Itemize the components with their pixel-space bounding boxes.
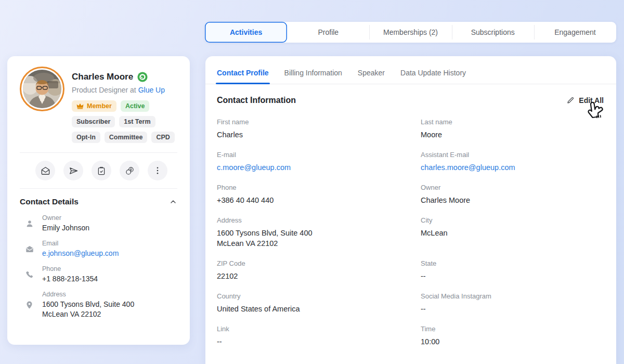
field-value-email-link[interactable]: c.moore@glueup.com (217, 162, 421, 173)
tab-label: Activities (230, 28, 262, 36)
badge-committee: Committee (105, 132, 148, 143)
field-address: Address 1600 Tysons Blvd, Suite 400 McLe… (217, 216, 421, 249)
field-value: McLean (421, 228, 604, 238)
tab-label: Memberships (2) (383, 28, 438, 36)
field-country: Country United States of America (217, 292, 421, 314)
detail-phone: Phone +1 888-218-1354 (20, 265, 177, 284)
field-email: E-mail c.moore@glueup.com (217, 151, 421, 173)
field-last-name: Last name Moore (421, 118, 604, 140)
envelope-open-icon (41, 166, 50, 176)
tasks-button[interactable] (92, 161, 111, 180)
badge-member: Member (72, 100, 116, 112)
detail-value: Emily Johnson (42, 223, 89, 233)
subtab-speaker[interactable]: Speaker (358, 69, 385, 84)
detail-label: Email (42, 240, 119, 247)
detail-value: +1 888-218-1354 (42, 274, 98, 284)
field-zip-code: ZIP Code 22102 (217, 259, 421, 281)
badge-active: Active (121, 100, 150, 112)
location-pin-icon (25, 301, 35, 309)
tab-label: Engagement (554, 28, 595, 36)
tab-engagement[interactable]: Engagement (534, 22, 616, 43)
detail-value-email-link[interactable]: e.johnson@glueup.com (42, 249, 119, 258)
hand-pointer-cursor (584, 98, 610, 126)
field-label: Country (217, 292, 421, 300)
field-label: First name (217, 118, 421, 126)
user-icon (25, 219, 35, 228)
contact-name: Charles Moore (72, 72, 133, 82)
payments-button[interactable] (120, 161, 139, 180)
profile-info: Charles Moore Product Designer at Glue U… (72, 67, 177, 143)
tab-label: Subscriptions (471, 28, 515, 36)
send-message-button[interactable] (63, 161, 83, 180)
field-value: 10:00 (421, 336, 604, 347)
profile-header: Charles Moore Product Designer at Glue U… (20, 67, 177, 143)
subtab-billing-information[interactable]: Billing Information (284, 69, 342, 84)
field-city: City McLean (421, 216, 604, 249)
crown-icon (76, 103, 84, 109)
collapse-chevron-up-icon[interactable] (169, 198, 177, 206)
tab-memberships[interactable]: Memberships (2) (369, 22, 451, 43)
field-phone: Phone +386 40 440 440 (217, 184, 421, 205)
tab-label: Profile (318, 28, 339, 36)
detail-label: Owner (42, 214, 89, 222)
field-value: -- (421, 271, 604, 281)
send-icon (69, 166, 79, 176)
detail-address: Address 1600 Tysons Blvd, Suite 400 McLe… (20, 291, 177, 319)
contact-details-header[interactable]: Contact Details (20, 197, 177, 206)
badge-label: Member (87, 102, 112, 110)
email-action-button[interactable] (35, 161, 55, 180)
field-value: United States of America (217, 304, 421, 314)
detail-value: 1600 Tysons Blvd, Suite 400 McLean VA 22… (42, 300, 134, 319)
field-social-media-instagram: Social Media Instagram -- (421, 292, 604, 314)
contact-profile-card: Charles Moore Product Designer at Glue U… (7, 56, 190, 345)
subtab-contact-profile[interactable]: Contact Profile (217, 69, 269, 84)
field-label: State (421, 259, 604, 267)
tab-activities[interactable]: Activities (205, 22, 287, 43)
field-value: Charles Moore (421, 195, 604, 205)
badge-subscriber: Subscriber (72, 116, 115, 127)
detail-owner: Owner Emily Johnson (20, 214, 177, 233)
field-value: Moore (421, 129, 604, 140)
avatar (20, 67, 64, 111)
field-value: Charles (217, 129, 421, 140)
field-label: Last name (421, 118, 604, 126)
field-first-name: First name Charles (217, 118, 421, 140)
contact-title: Product Designer at Glue Up (72, 86, 177, 94)
coins-dollar-icon (125, 166, 135, 176)
badge-cpd: CPD (151, 132, 174, 143)
detail-email: Email e.johnson@glueup.com (20, 240, 177, 258)
kebab-menu-icon (153, 166, 162, 175)
avatar-photo (23, 70, 61, 108)
field-label: Time (421, 325, 604, 333)
field-value: 22102 (217, 271, 421, 281)
field-value: 1600 Tysons Blvd, Suite 400 McLean VA 22… (217, 228, 421, 249)
subtab-data-update-history[interactable]: Data Update History (400, 69, 466, 84)
contact-profile-panel: Contact Profile Billing Information Spea… (205, 56, 616, 364)
top-tab-bar: Activities Profile Memberships (2) Subsc… (205, 22, 616, 43)
field-time: Time 10:00 (421, 325, 604, 347)
phone-icon (25, 270, 35, 279)
tab-subscriptions[interactable]: Subscriptions (452, 22, 534, 43)
tab-profile[interactable]: Profile (287, 22, 369, 43)
title-text: Product Designer at (72, 86, 136, 94)
org-link[interactable]: Glue Up (138, 86, 165, 94)
detail-label: Phone (42, 265, 98, 272)
contact-details-list: Owner Emily Johnson Email e.johnson@glue… (20, 214, 177, 319)
field-link: Link -- (217, 325, 421, 347)
field-state: State -- (421, 259, 604, 281)
field-label: Assistant E-mail (421, 151, 604, 159)
badge-list: Member Active Subscriber 1st Term Opt-In… (72, 100, 178, 143)
glue-up-logo-icon (137, 72, 148, 82)
pencil-icon (566, 96, 575, 105)
quick-actions (20, 161, 177, 180)
field-value-email-link[interactable]: charles.moore@glueup.com (421, 162, 604, 173)
more-options-button[interactable] (148, 161, 167, 180)
field-value: +386 40 440 440 (217, 195, 421, 205)
clipboard-check-icon (97, 166, 106, 176)
contact-information-fields: First name Charles Last name Moore E-mai… (205, 105, 616, 358)
section-header: Contact Information Edit All (205, 84, 616, 105)
badge-1st-term: 1st Term (119, 116, 155, 127)
field-value: -- (217, 336, 421, 347)
field-label: E-mail (217, 151, 421, 159)
sub-tab-bar: Contact Profile Billing Information Spea… (205, 56, 616, 84)
